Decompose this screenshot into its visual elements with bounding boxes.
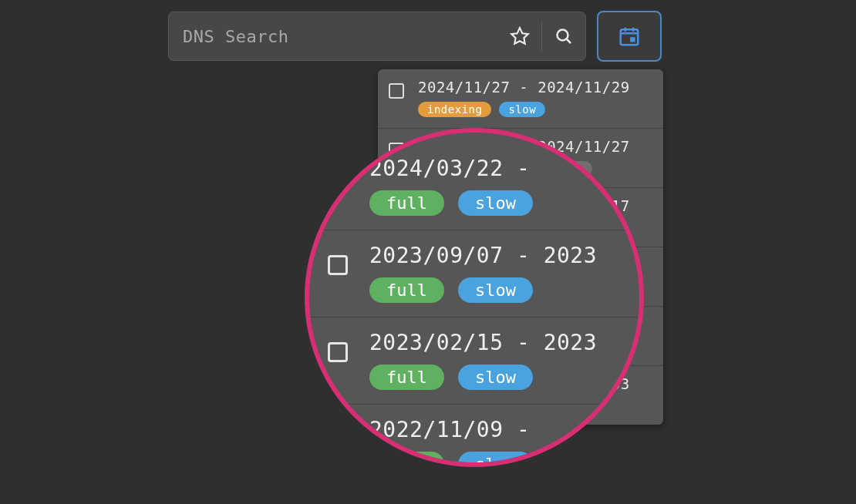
top-toolbar: DNS Search	[168, 11, 662, 62]
row-badges: full slow	[369, 365, 597, 390]
status-badge: full	[369, 365, 444, 390]
checkbox-icon	[328, 255, 348, 275]
status-badge: full	[369, 452, 444, 467]
checkbox-icon	[389, 83, 404, 99]
zoom-content: 2024/03/22 - full slow 2023/09/07 - 2023…	[309, 133, 639, 467]
star-icon	[510, 26, 530, 46]
search-button[interactable]	[542, 12, 585, 60]
date-range-label: 2022/11/09 -	[369, 417, 533, 442]
list-item: 2023/09/07 - 2023 full slow	[309, 230, 639, 318]
date-range-label: 2024/03/22 -	[369, 156, 533, 181]
search-box[interactable]: DNS Search	[168, 12, 586, 61]
search-icon	[554, 27, 573, 45]
list-item: 2023/02/15 - 2023 full slow	[309, 318, 639, 405]
row-checkbox	[328, 342, 348, 362]
row-checkbox[interactable]	[389, 83, 404, 99]
status-badge: full	[369, 190, 444, 216]
row-body: 2024/11/27 - 2024/11/29 indexing slow	[418, 79, 652, 117]
status-badge: slow	[458, 190, 533, 216]
row-checkbox	[328, 255, 348, 275]
list-item[interactable]: 2024/11/27 - 2024/11/29 indexing slow	[378, 69, 663, 129]
svg-rect-3	[621, 29, 639, 45]
status-badge: slow	[499, 102, 545, 117]
favorite-button[interactable]	[498, 12, 541, 60]
svg-line-2	[567, 39, 571, 44]
svg-point-1	[558, 30, 568, 41]
row-badges: full slow	[369, 452, 533, 467]
svg-marker-0	[511, 28, 528, 44]
status-badge: full	[369, 277, 444, 303]
date-range-label: 2023/02/15 - 2023	[369, 330, 597, 355]
list-item: 2022/11/09 - full slow	[309, 405, 639, 467]
zoom-lens: 2024/03/22 - full slow 2023/09/07 - 2023…	[305, 128, 644, 467]
status-badge: indexing	[418, 102, 491, 117]
calendar-button[interactable]	[597, 11, 662, 62]
date-range-label: 2024/11/27 - 2024/11/29	[418, 79, 652, 96]
search-input[interactable]: DNS Search	[169, 27, 498, 46]
status-badge: slow	[458, 452, 533, 467]
checkbox-icon	[328, 342, 348, 362]
svg-rect-7	[630, 37, 635, 42]
row-badges: full slow	[369, 190, 533, 216]
status-badge: slow	[458, 277, 533, 303]
status-badge: slow	[458, 365, 533, 390]
row-badges: full slow	[369, 277, 597, 303]
row-badges: indexing slow	[418, 102, 652, 117]
calendar-icon	[618, 25, 641, 48]
date-range-label: 2023/09/07 - 2023	[369, 243, 597, 268]
